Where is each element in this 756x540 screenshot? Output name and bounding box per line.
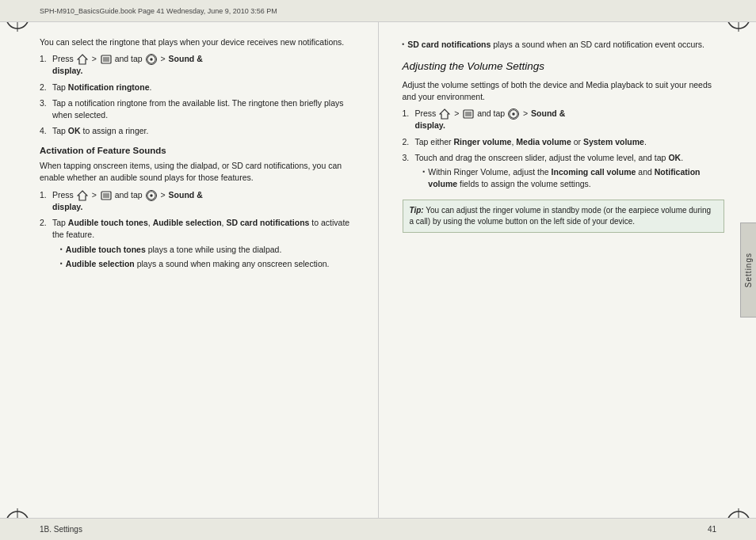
activation-intro: When tapping onscreen items, using the d…	[40, 160, 362, 184]
settings-icon	[146, 54, 157, 65]
home-icon	[77, 54, 88, 65]
activation-steps: 1. Press > and tap	[40, 189, 362, 272]
svg-marker-23	[78, 191, 87, 200]
menu-icon-2	[101, 190, 112, 201]
svg-point-22	[150, 59, 152, 61]
settings-icon-2	[146, 190, 157, 201]
svg-marker-16	[78, 55, 87, 64]
activation-bullets: Audible touch tones plays a tone while u…	[60, 244, 362, 270]
ringtone-steps: 1. Press > and tap	[40, 53, 362, 137]
home-icon-2	[77, 190, 88, 201]
activation-step-1: 1. Press > and tap	[40, 189, 362, 213]
svg-marker-30	[440, 109, 449, 119]
volume-bullets: Within Ringer Volume, adjust the Incomin…	[423, 166, 725, 190]
left-intro: You can select the ringtone that plays w…	[40, 36, 362, 48]
sd-card-bullet: SD card notifications plays a sound when…	[403, 39, 725, 51]
settings-side-tab: Settings	[740, 222, 756, 318]
sd-card-notification-bullet: SD card notifications plays a sound when…	[403, 39, 725, 51]
home-icon-3	[439, 108, 450, 120]
main-content: You can select the ringtone that plays w…	[0, 22, 740, 518]
step-2: 2. Tap Notification ringtone.	[40, 82, 362, 93]
footer-page-number: 41	[708, 525, 716, 534]
side-tab-label: Settings	[744, 253, 753, 287]
adjusting-heading: Adjusting the Volume Settings	[403, 59, 725, 74]
adjust-step-3: 3. Touch and drag the onscreen slider, a…	[403, 152, 725, 193]
adjust-step-1: 1. Press > and tap	[403, 108, 725, 131]
tip-text: You can adjust the ringer volume in stan…	[410, 206, 712, 226]
left-column: You can select the ringtone that plays w…	[0, 22, 378, 518]
svg-point-29	[150, 194, 152, 196]
adjusting-intro: Adjust the volume settings of both the d…	[403, 79, 725, 103]
svg-point-36	[512, 113, 514, 116]
bullet-audible-touch: Audible touch tones plays a tone while u…	[60, 244, 362, 256]
right-column: SD card notifications plays a sound when…	[378, 22, 741, 518]
header-text: SPH-M910_BasicsGuide.book Page 41 Wednes…	[40, 7, 277, 15]
step-1: 1. Press > and tap	[40, 53, 362, 77]
tip-label: Tip:	[410, 206, 424, 215]
settings-icon-3	[508, 108, 519, 120]
bullet-ringer-volume: Within Ringer Volume, adjust the Incomin…	[423, 166, 725, 190]
footer-bar: 1B. Settings 41	[0, 518, 756, 540]
menu-icon	[101, 54, 112, 65]
tip-box: Tip: You can adjust the ringer volume in…	[403, 200, 725, 233]
menu-icon-3	[463, 108, 474, 120]
header-bar: SPH-M910_BasicsGuide.book Page 41 Wednes…	[0, 0, 756, 22]
activation-step-2: 2. Tap Audible touch tones, Audible sele…	[40, 217, 362, 272]
footer-section-label: 1B. Settings	[40, 525, 82, 534]
bullet-audible-selection: Audible selection plays a sound when mak…	[60, 258, 362, 270]
adjusting-steps: 1. Press > and tap	[403, 108, 725, 192]
page: SPH-M910_BasicsGuide.book Page 41 Wednes…	[0, 0, 756, 540]
adjust-step-2: 2. Tap either Ringer volume, Media volum…	[403, 136, 725, 148]
activation-heading: Activation of Feature Sounds	[40, 144, 362, 158]
step-4: 4. Tap OK to assign a ringer.	[40, 125, 362, 137]
step-3: 3. Tap a notification ringtone from the …	[40, 97, 362, 121]
